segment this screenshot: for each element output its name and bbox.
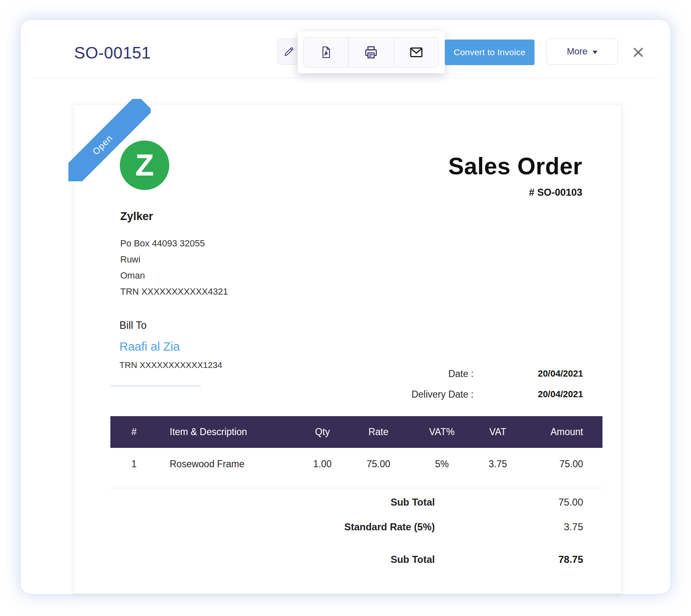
subtotal-row: Sub Total 75.00 (321, 492, 583, 513)
company-address-line: Po Box 44093 32055 (120, 235, 228, 251)
table-row: 1 Rosewood Frame 1.00 75.00 5% 3.75 75.0… (110, 448, 602, 480)
company-address-line: Oman (120, 267, 228, 283)
envelope-icon (409, 45, 424, 60)
date-value: 20/04/2021 (474, 368, 583, 379)
col-header-item: Item & Description (158, 426, 294, 438)
cell-num: 1 (110, 459, 158, 470)
grand-total-label: Sub Total (321, 554, 435, 565)
tax-label: Standard Rate (5%) (321, 521, 435, 533)
pdf-button[interactable] (304, 37, 348, 67)
customer-trn: TRN XXXXXXXXXXX1234 (119, 360, 222, 370)
tax-row: Standard Rate (5%) 3.75 (321, 517, 583, 537)
more-button-label: More (567, 46, 587, 57)
grand-total-row: Sub Total 78.75 (321, 549, 583, 570)
document-preview: Open Z Sales Order # SO-00103 Zylker Po … (74, 104, 622, 594)
cell-qty: 1.00 (294, 459, 351, 470)
screen: SO-00151 (0, 0, 691, 616)
chevron-down-icon (593, 51, 598, 54)
edit-button[interactable] (277, 38, 301, 65)
ribbon-fold-left (69, 163, 75, 175)
printer-icon (364, 45, 378, 60)
col-header-qty: Qty (294, 426, 351, 438)
customer-link[interactable]: Raafi al Zia (119, 340, 180, 354)
date-label: Date : (321, 368, 474, 379)
date-row: Date : 20/04/2021 (321, 363, 583, 384)
table-header-row: # Item & Description Qty Rate VAT% VAT A… (110, 416, 602, 448)
cell-item: Rosewood Frame (158, 459, 294, 470)
col-header-rate: Rate (351, 426, 406, 438)
line-items-table: # Item & Description Qty Rate VAT% VAT A… (110, 416, 602, 488)
email-button[interactable] (394, 37, 439, 67)
print-button[interactable] (348, 37, 393, 67)
delivery-date-row: Delivery Date : 20/04/2021 (321, 384, 583, 405)
subtotal-value: 75.00 (435, 497, 583, 508)
delivery-date-value: 20/04/2021 (474, 389, 583, 400)
address-placeholder-bar (110, 385, 201, 387)
cell-rate: 75.00 (351, 459, 406, 470)
company-name: Zylker (120, 210, 228, 223)
table-divider (110, 488, 602, 488)
cell-vat-pct: 5% (406, 459, 478, 470)
cell-vat: 3.75 (478, 459, 518, 470)
pencil-icon (283, 46, 295, 57)
subtotal-label: Sub Total (321, 497, 435, 508)
company-trn: TRN XXXXXXXXXXX4321 (120, 283, 228, 300)
company-logo: Z (120, 141, 169, 190)
delivery-date-label: Delivery Date : (321, 389, 474, 400)
status-badge-label: Open (90, 133, 114, 157)
close-icon (632, 46, 645, 59)
dates-block: Date : 20/04/2021 Delivery Date : 20/04/… (321, 363, 583, 405)
sales-order-panel: SO-00151 (21, 20, 670, 594)
col-header-num: # (110, 426, 158, 438)
convert-to-invoice-button[interactable]: Convert to Invoice (445, 40, 535, 65)
document-number: # SO-00103 (529, 187, 582, 198)
tax-value: 3.75 (435, 521, 583, 533)
page-title: SO-00151 (74, 44, 151, 62)
company-address-block: Zylker Po Box 44093 32055 Ruwi Oman TRN … (120, 210, 228, 300)
more-button[interactable]: More (546, 38, 618, 65)
grand-total-value: 78.75 (435, 554, 583, 565)
bill-to-label: Bill To (119, 318, 222, 332)
col-header-vat-pct: VAT% (406, 426, 478, 438)
pdf-file-icon (319, 45, 333, 59)
company-logo-letter: Z (135, 150, 154, 180)
document-title: Sales Order (448, 152, 582, 180)
col-header-vat: VAT (478, 426, 518, 438)
actions-popup (298, 31, 445, 73)
bill-to-block: Bill To Raafi al Zia TRN XXXXXXXXXXX1234 (119, 318, 222, 370)
actions-button-group (303, 37, 439, 68)
header-divider (34, 78, 657, 78)
close-button[interactable] (629, 43, 647, 61)
company-address-line: Ruwi (120, 251, 228, 267)
cell-amount: 75.00 (518, 459, 602, 470)
col-header-amount: Amount (518, 426, 602, 438)
ribbon-fold-top (133, 100, 144, 105)
